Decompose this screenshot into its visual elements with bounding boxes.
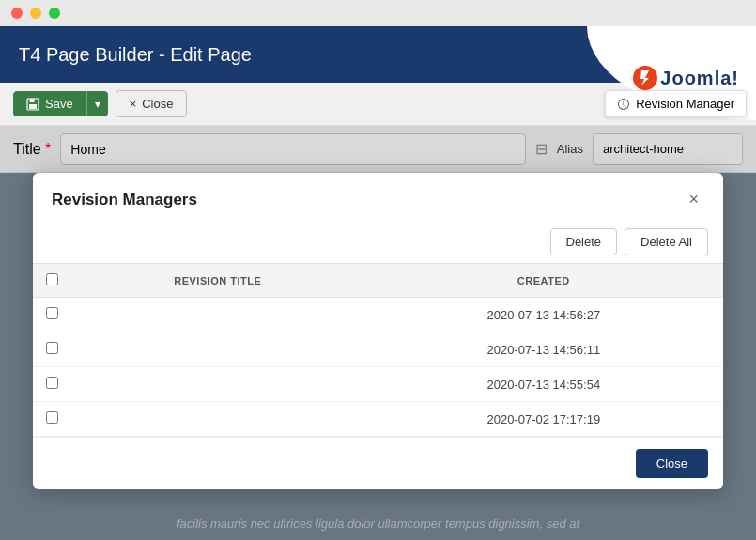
joomla-text: Joomla! <box>660 68 739 89</box>
revision-manager-button[interactable]: Revision Manager <box>605 90 747 117</box>
revision-title-cell <box>71 298 364 332</box>
modal-overlay: Revision Managers × Delete Delete All RE… <box>0 126 756 540</box>
table-row: 2020-07-13 14:56:11 <box>33 332 723 367</box>
modal-toolbar: Delete Delete All <box>33 221 723 263</box>
row-checkbox-4[interactable] <box>46 411 58 424</box>
modal-header: Revision Managers × <box>33 173 723 221</box>
row-checkbox-cell[interactable] <box>33 298 71 332</box>
modal-footer-close-button[interactable]: Close <box>636 449 708 478</box>
select-all-checkbox[interactable] <box>46 273 58 285</box>
close-button[interactable]: × Close <box>116 90 188 117</box>
delete-button[interactable]: Delete <box>550 228 618 255</box>
modal-close-x-button[interactable]: × <box>683 188 704 211</box>
modal-footer: Close <box>33 437 723 489</box>
revision-created-cell: 2020-07-13 14:55:54 <box>364 367 723 402</box>
svg-rect-3 <box>30 99 35 102</box>
revision-created-cell: 2020-07-02 17:17:19 <box>364 402 723 437</box>
row-checkbox-2[interactable] <box>46 342 58 354</box>
revision-created-cell: 2020-07-13 14:56:11 <box>364 332 723 367</box>
save-dropdown-button[interactable]: ▾ <box>86 91 108 116</box>
delete-all-button[interactable]: Delete All <box>625 228 708 255</box>
close-icon-x: × <box>130 97 137 111</box>
modal-title: Revision Managers <box>52 191 197 209</box>
yellow-traffic-light[interactable] <box>30 8 41 19</box>
row-checkbox-1[interactable] <box>46 307 58 319</box>
page-title: T4 Page Builder - Edit Page <box>19 44 252 66</box>
revision-created-cell: 2020-07-13 14:56:27 <box>364 298 723 332</box>
table-row: 2020-07-13 14:55:54 <box>33 367 723 402</box>
revision-managers-modal: Revision Managers × Delete Delete All RE… <box>33 173 723 489</box>
row-checkbox-cell[interactable] <box>33 332 71 367</box>
joomla-icon: Joomla! <box>632 65 747 91</box>
svg-rect-4 <box>29 104 37 109</box>
save-button[interactable]: Save <box>13 91 86 116</box>
header-bar: T4 Page Builder - Edit Page Joomla! Revi… <box>0 26 756 83</box>
save-icon <box>26 98 39 111</box>
green-traffic-light[interactable] <box>49 8 60 19</box>
title-bar <box>0 0 756 26</box>
table-row: 2020-07-13 14:56:27 <box>33 298 723 332</box>
joomla-logo-icon <box>632 65 658 91</box>
revision-title-cell <box>71 402 364 437</box>
revision-title-cell <box>71 332 364 367</box>
red-traffic-light[interactable] <box>11 8 23 19</box>
row-checkbox-3[interactable] <box>46 377 58 389</box>
row-checkbox-cell[interactable] <box>33 367 71 402</box>
col-title-header: REVISION TITLE <box>71 264 364 298</box>
col-created-header: CREATED <box>364 264 723 298</box>
row-checkbox-cell[interactable] <box>33 402 71 437</box>
table-row: 2020-07-02 17:17:19 <box>33 402 723 437</box>
revision-table-body: 2020-07-13 14:56:27 2020-07-13 14:56:11 … <box>33 298 723 437</box>
revision-table: REVISION TITLE CREATED 2020-07-13 14:56:… <box>33 263 723 437</box>
col-check-header <box>33 264 71 298</box>
revision-manager-icon <box>617 98 630 111</box>
table-header-row: REVISION TITLE CREATED <box>33 264 723 298</box>
revision-title-cell <box>71 367 364 402</box>
